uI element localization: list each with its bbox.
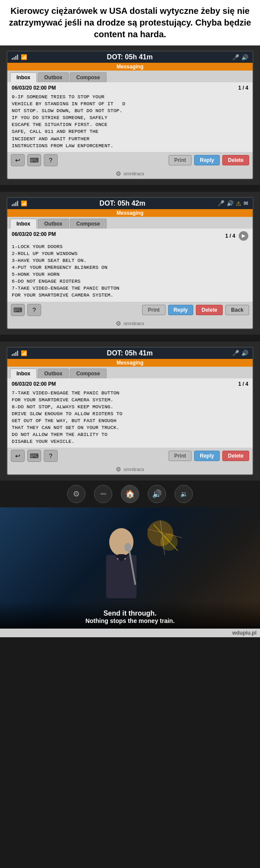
status-bar-1: 📶 DOT: 05h 41m 🎤 🔊 bbox=[7, 52, 253, 63]
message-date-line-1: 06/03/20 02:00 PM 1 / 4 bbox=[12, 85, 248, 91]
omnitracs-bar-2: ⚙ omnitracs bbox=[7, 318, 253, 329]
print-button-1[interactable]: Print bbox=[169, 155, 192, 165]
help-icon-3[interactable]: ? bbox=[44, 450, 58, 462]
movie-caption-line2: Nothing stops the money train. bbox=[7, 617, 253, 624]
bar3-3 bbox=[15, 352, 16, 356]
bar1-2 bbox=[12, 204, 13, 206]
play-button-2[interactable]: ▶ bbox=[239, 231, 248, 241]
undo-icon-3[interactable]: ↩ bbox=[11, 450, 25, 462]
status-right-1: 🎤 🔊 bbox=[232, 54, 248, 61]
delete-button-1[interactable]: Delete bbox=[222, 155, 249, 165]
device-section-1: 📶 DOT: 05h 41m 🎤 🔊 Messaging Inbox Outbo… bbox=[0, 45, 260, 185]
tab-compose-2[interactable]: Compose bbox=[70, 219, 107, 229]
message-page-2: 1 / 4 bbox=[225, 233, 235, 239]
signal-bars-2 bbox=[12, 201, 18, 206]
tabs-bar-1: Inbox Outbox Compose bbox=[7, 71, 253, 82]
header-text: Kierowcy ciężarówek w USA dostali wytycz… bbox=[7, 5, 253, 40]
messaging-bar-1: Messaging bbox=[7, 63, 253, 71]
dot-screen-1: 📶 DOT: 05h 41m 🎤 🔊 Messaging Inbox Outbo… bbox=[6, 51, 254, 180]
speaker-icon-1: 🔊 bbox=[241, 54, 248, 61]
tab-outbox-1[interactable]: Outbox bbox=[38, 72, 69, 82]
tab-compose-1[interactable]: Compose bbox=[70, 72, 107, 82]
signal-bars-1 bbox=[12, 55, 18, 60]
wifi-icon-3: 📶 bbox=[21, 350, 27, 356]
bottom-toolbar-2: ⌨ ? Print Reply Delete Back bbox=[7, 302, 253, 318]
mic-icon-2: 🎤 bbox=[218, 200, 224, 207]
back-button-2[interactable]: Back bbox=[225, 305, 249, 315]
tab-outbox-3[interactable]: Outbox bbox=[38, 368, 69, 378]
watermark-text: wdupiu.pl bbox=[232, 630, 257, 636]
message-area-3: 06/03/20 02:00 PM 1 / 4 7-TAKE VIDEO-ENG… bbox=[7, 378, 253, 448]
bottom-toolbar-3: ↩ ⌨ ? Print Reply Delete bbox=[7, 448, 253, 464]
help-icon-1[interactable]: ? bbox=[44, 154, 58, 166]
signal-bars-3 bbox=[12, 351, 18, 356]
gap-2 bbox=[0, 335, 260, 342]
message-area-2: 06/03/20 02:00 PM 1 / 4 ▶ 1-LOCK YOUR DO… bbox=[7, 229, 253, 302]
message-body-2: 1-LOCK YOUR DOORS 2-ROLL UP YOUR WINDOWS… bbox=[12, 243, 248, 299]
omnitracs-gear-icon-3: ⚙ bbox=[116, 466, 121, 473]
omnitracs-label-2: omnitracs bbox=[124, 321, 144, 326]
message-body-1: 9-IF SOMEONE TRIES TO STOP YOUR VEHICLE … bbox=[12, 94, 248, 149]
reply-button-3[interactable]: Reply bbox=[194, 451, 220, 461]
speaker-icon-3: 🔊 bbox=[241, 350, 248, 356]
status-left-3: 📶 bbox=[12, 350, 27, 356]
tabs-bar-3: Inbox Outbox Compose bbox=[7, 367, 253, 378]
status-title-1: DOT: 05h 41m bbox=[107, 53, 153, 61]
bar1 bbox=[12, 58, 13, 60]
bar3-2 bbox=[15, 202, 16, 206]
tab-outbox-2[interactable]: Outbox bbox=[38, 219, 69, 229]
message-date-line-3: 06/03/20 02:00 PM 1 / 4 bbox=[12, 381, 248, 387]
status-left-1: 📶 bbox=[12, 54, 27, 60]
nav-vol-up-btn[interactable]: 🔊 bbox=[148, 485, 166, 503]
wifi-icon-1: 📶 bbox=[21, 54, 27, 60]
warning-icon-2: ⚠ bbox=[236, 200, 241, 207]
movie-caption-line1: Send it through. bbox=[7, 610, 253, 617]
message-date-3: 06/03/20 02:00 PM bbox=[12, 381, 56, 387]
delete-button-2[interactable]: Delete bbox=[196, 305, 223, 315]
mic-icon-1: 🎤 bbox=[232, 54, 239, 61]
undo-icon-1[interactable]: ↩ bbox=[11, 154, 25, 166]
tab-inbox-2[interactable]: Inbox bbox=[10, 219, 37, 229]
message-wrapper-3: 7-TAKE VIDEO-ENGAGE THE PANIC BUTTON FOR… bbox=[12, 390, 248, 445]
omnitracs-gear-icon-2: ⚙ bbox=[116, 320, 121, 327]
tab-compose-3[interactable]: Compose bbox=[70, 368, 107, 378]
nav-home-btn[interactable]: 🏠 bbox=[121, 485, 139, 503]
movie-overlay: Send it through. Nothing stops the money… bbox=[0, 601, 260, 629]
message-body-3: 7-TAKE VIDEO-ENGAGE THE PANIC BUTTON FOR… bbox=[12, 390, 248, 445]
movie-section: Send it through. Nothing stops the money… bbox=[0, 507, 260, 629]
nav-settings-btn[interactable]: ⚙ bbox=[67, 485, 85, 503]
print-button-2[interactable]: Print bbox=[142, 305, 165, 315]
help-icon-2[interactable]: ? bbox=[27, 304, 41, 316]
bar3 bbox=[15, 56, 16, 60]
tab-inbox-3[interactable]: Inbox bbox=[10, 368, 37, 378]
nav-vol-down-btn[interactable]: 🔉 bbox=[175, 485, 193, 503]
omnitracs-label-3: omnitracs bbox=[124, 467, 144, 472]
status-title-3: DOT: 05h 41m bbox=[107, 349, 153, 357]
keyboard-icon-2[interactable]: ⌨ bbox=[11, 304, 25, 316]
dot-screen-3: 📶 DOT: 05h 41m 🎤 🔊 Messaging Inbox Outbo… bbox=[6, 347, 254, 476]
message-wrapper-1: 9-IF SOMEONE TRIES TO STOP YOUR VEHICLE … bbox=[12, 94, 248, 149]
wifi-icon-2: 📶 bbox=[21, 200, 27, 207]
status-right-3: 🎤 🔊 bbox=[232, 350, 248, 356]
reply-button-2[interactable]: Reply bbox=[168, 305, 194, 315]
status-title-2: DOT: 05h 42m bbox=[100, 200, 146, 207]
print-button-3[interactable]: Print bbox=[169, 451, 192, 461]
header-block: Kierowcy ciężarówek w USA dostali wytycz… bbox=[0, 0, 260, 45]
bar2 bbox=[13, 57, 15, 60]
watermark-bar: wdupiu.pl bbox=[0, 629, 260, 637]
reply-button-1[interactable]: Reply bbox=[194, 155, 220, 165]
message-date-line-2: 06/03/20 02:00 PM 1 / 4 ▶ bbox=[12, 231, 248, 241]
messaging-bar-3: Messaging bbox=[7, 359, 253, 367]
message-page-3: 1 / 4 bbox=[238, 381, 248, 387]
tab-inbox-1[interactable]: Inbox bbox=[10, 72, 37, 82]
keyboard-icon-1[interactable]: ⌨ bbox=[27, 154, 41, 166]
message-date-1: 06/03/20 02:00 PM bbox=[12, 85, 56, 91]
status-bar-2: 📶 DOT: 05h 42m 🎤 🔊 ⚠ ✉ bbox=[7, 198, 253, 209]
keyboard-icon-3[interactable]: ⌨ bbox=[27, 450, 41, 462]
nav-minus-btn[interactable]: ➖ bbox=[94, 485, 112, 503]
message-page-1: 1 / 4 bbox=[238, 85, 248, 91]
bar4-3 bbox=[17, 351, 18, 356]
mic-icon-3: 🎤 bbox=[232, 350, 239, 356]
delete-button-3[interactable]: Delete bbox=[222, 451, 249, 461]
envelope-icon-2: ✉ bbox=[244, 200, 248, 207]
